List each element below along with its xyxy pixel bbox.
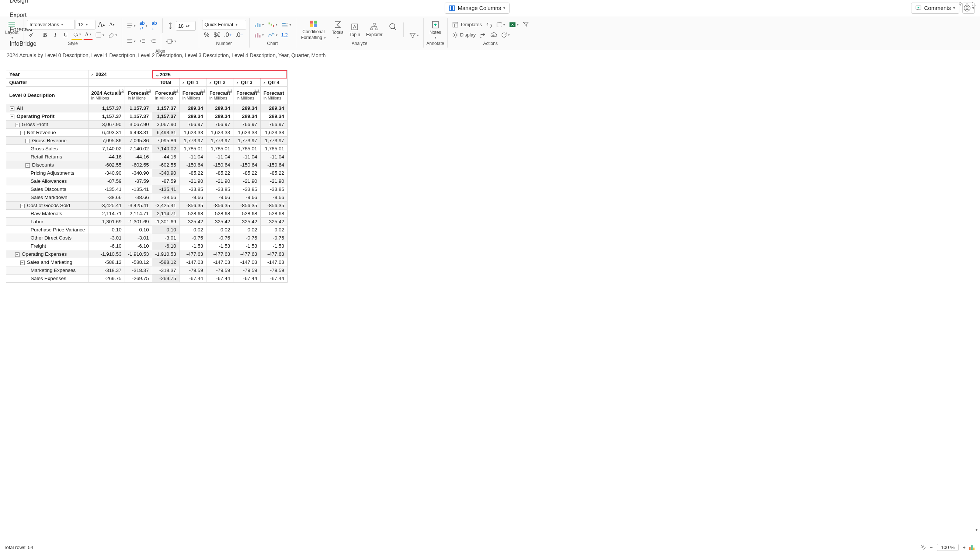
reset-button[interactable]: ▾ [495, 20, 507, 30]
svg-rect-26 [310, 24, 313, 27]
ribbon-group-number: Quick Format▾ % $€ .0+ .0− Number [199, 18, 250, 48]
sparkline-button[interactable]: ▾ [266, 30, 279, 40]
explorer-button[interactable]: Explorer [364, 22, 385, 38]
paint-bucket-icon [73, 32, 78, 37]
indent-icon [150, 38, 156, 44]
report-title: 2024 Actuals by Level 0 Description, Lev… [0, 49, 980, 62]
display-button[interactable]: Display [450, 30, 477, 40]
chevron-down-icon: ▾ [953, 6, 955, 10]
sparkline-icon [268, 32, 275, 38]
svg-rect-31 [376, 28, 378, 30]
export-excel-button[interactable]: X▾ [508, 20, 520, 30]
templates-button[interactable]: Templates [450, 20, 484, 30]
ribbon-group-annotate: Notes ▾ Annotate [424, 18, 448, 48]
top-n-button[interactable]: Top n [347, 22, 363, 38]
svg-rect-13 [259, 24, 260, 27]
chevron-down-icon: ▾ [276, 33, 278, 37]
comments-button[interactable]: Comments ▾ [911, 3, 959, 14]
percent-button[interactable]: % [202, 30, 212, 40]
ribbon-group-actions: Templates ▾ X▾ Display ▾ Actions [448, 18, 533, 48]
cloud-upload-button[interactable] [488, 30, 498, 40]
chevron-down-icon: ▾ [174, 40, 176, 43]
svg-rect-1 [453, 6, 455, 11]
reset-icon [496, 21, 503, 28]
ribbon: Layout ▾ Inforiver Sans▾ 12▾ A▴ A▾ B I [0, 16, 980, 49]
waterfall-button[interactable]: ▾ [266, 20, 279, 30]
quick-format-select[interactable]: Quick Format▾ [202, 20, 246, 30]
chevron-down-icon: ▾ [86, 22, 88, 27]
border-icon [95, 32, 102, 38]
svg-rect-18 [282, 23, 285, 24]
paintbrush-icon [29, 32, 35, 38]
layout-icon [7, 20, 16, 29]
underline-button[interactable]: U [61, 30, 70, 40]
comment-add-icon [915, 5, 922, 11]
adv-filter-button[interactable] [521, 20, 531, 30]
increase-font-button[interactable]: A▴ [96, 20, 106, 30]
decrease-decimal-button[interactable]: .0− [234, 30, 245, 40]
increase-decimal-button[interactable]: .0+ [223, 30, 233, 40]
ribbon-group-style: Inforiver Sans▾ 12▾ A▴ A▾ B I U ▾ A▾ ▾ ▾ [24, 18, 122, 48]
funnel-icon [522, 21, 529, 28]
svg-rect-34 [453, 22, 458, 27]
funnel-icon [409, 32, 416, 39]
totals-button[interactable]: Totals ▾ [329, 19, 345, 40]
row-height-icon [168, 22, 173, 30]
header-height-select[interactable]: 18▴▾ [176, 21, 196, 30]
decimal-display-button[interactable]: 1.2 [280, 30, 290, 40]
pin-icon[interactable]: ⚲ [959, 2, 962, 6]
refresh-button[interactable]: ▾ [499, 30, 511, 40]
font-size-select[interactable]: 12▾ [76, 20, 95, 30]
expand-icon[interactable]: ⛶ [972, 2, 976, 6]
redo-button[interactable] [478, 30, 487, 40]
conditional-formatting-button[interactable]: Conditional Formatting ▾ [299, 19, 329, 41]
currency-button[interactable]: $€ [212, 30, 222, 40]
redo-icon [479, 32, 486, 38]
decrease-font-button[interactable]: A▾ [107, 20, 116, 30]
fit-button[interactable]: ▾ [164, 36, 178, 46]
indent-button[interactable] [148, 36, 158, 46]
column-icon [254, 32, 261, 38]
outdent-button[interactable] [138, 36, 148, 46]
font-family-select[interactable]: Inforiver Sans▾ [27, 20, 75, 30]
borders-button[interactable]: ▾ [94, 30, 106, 40]
window-controls: ⚲ ≡ ⛶ [959, 2, 976, 6]
svg-rect-28 [352, 24, 358, 30]
manage-columns-button[interactable]: Manage Columns ▾ [445, 3, 509, 14]
search-button[interactable] [387, 22, 400, 38]
svg-rect-5 [8, 22, 15, 23]
halign-button[interactable]: ▾ [125, 36, 137, 46]
svg-rect-24 [310, 21, 313, 24]
filter-icon[interactable]: ≡ [966, 2, 968, 6]
undo-button[interactable] [484, 20, 494, 30]
format-painter-button[interactable] [27, 30, 37, 40]
ribbon-group-analyze: Conditional Formatting ▾ Totals ▾ Top n … [296, 18, 424, 48]
svg-rect-22 [257, 33, 258, 38]
clear-format-button[interactable]: ▾ [107, 30, 119, 40]
italic-button[interactable]: I [51, 30, 60, 40]
chevron-down-icon: ▾ [262, 33, 264, 37]
fill-color-button[interactable]: ▾ [71, 30, 83, 40]
chevron-down-icon: ▾ [115, 33, 117, 37]
svg-text:X: X [511, 23, 514, 27]
font-color-button[interactable]: A▾ [83, 30, 93, 40]
chevron-down-icon: ▾ [235, 22, 237, 27]
svg-rect-21 [255, 34, 256, 37]
svg-rect-11 [255, 25, 256, 27]
filter-button[interactable]: ▾ [407, 30, 420, 40]
bold-button[interactable]: B [40, 30, 50, 40]
wrap-text-button[interactable]: ab⤶▾ [138, 21, 149, 30]
orientation-button[interactable]: ab↕ [150, 21, 159, 30]
notes-button[interactable]: Notes ▾ [427, 19, 443, 40]
template-icon [452, 21, 459, 28]
valign-button[interactable]: ▾ [125, 21, 137, 30]
chevron-down-icon: ▾ [134, 24, 136, 28]
bar-chart-button[interactable]: ▾ [253, 20, 266, 30]
bullet-chart-button[interactable]: ▾ [280, 20, 293, 30]
row-height-button[interactable] [165, 21, 175, 30]
menu-tab-design[interactable]: Design [5, 0, 41, 8]
column-chart-button[interactable]: ▾ [253, 30, 266, 40]
layout-button[interactable]: Layout ▾ [3, 19, 21, 40]
group-label-annotate: Annotate [426, 41, 444, 47]
hierarchy-icon [370, 22, 379, 31]
